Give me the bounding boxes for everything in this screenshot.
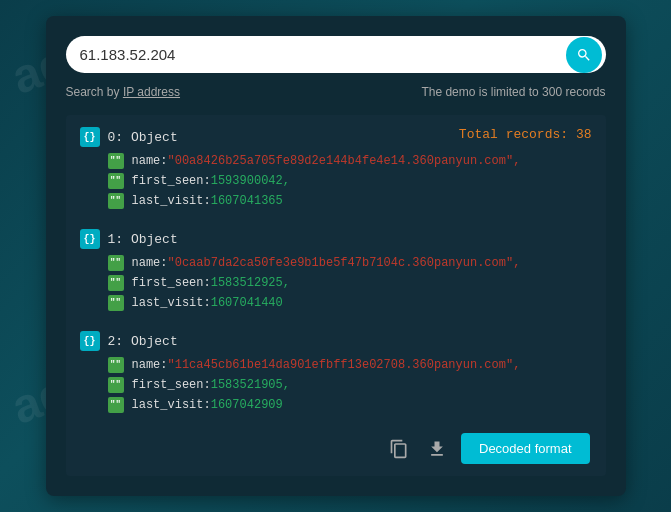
search-row xyxy=(66,36,606,73)
field-icon-str2: "" xyxy=(108,173,124,189)
search-hint: Search by IP address xyxy=(66,85,181,99)
obj-header-2: {} 2: Object xyxy=(80,331,592,351)
field-key: last_visit: xyxy=(132,194,211,208)
bottom-bar: Decoded format xyxy=(80,433,592,464)
field-icon-str4: "" xyxy=(108,255,124,271)
field-row-1-first: "" first_seen: 1583512925, xyxy=(108,275,592,291)
demo-limit: The demo is limited to 300 records xyxy=(421,85,605,99)
field-val: "00a8426b25a705fe89d2e144b4fe4e14.360pan… xyxy=(168,154,521,168)
field-val: "0caab7da2ca50fe3e9b1be5f47b7104c.360pan… xyxy=(168,256,521,270)
obj-title-2: 2: Object xyxy=(108,334,178,349)
download-icon xyxy=(427,439,447,459)
field-val: 1607041440 xyxy=(211,296,283,310)
copy-button[interactable] xyxy=(385,435,413,463)
download-button[interactable] xyxy=(423,435,451,463)
obj-icon-1: {} xyxy=(80,229,100,249)
field-val: 1593900042, xyxy=(211,174,290,188)
field-key: last_visit: xyxy=(132,398,211,412)
field-key: last_visit: xyxy=(132,296,211,310)
field-icon-str5: "" xyxy=(108,275,124,291)
decoded-format-button[interactable]: Decoded format xyxy=(461,433,590,464)
obj-fields-0: "" name: "00a8426b25a705fe89d2e144b4fe4e… xyxy=(80,153,592,209)
search-input[interactable] xyxy=(66,36,606,73)
search-button[interactable] xyxy=(566,37,602,73)
search-icon xyxy=(576,47,592,63)
field-row-2-last: "" last_visit: 1607042909 xyxy=(108,397,592,413)
field-key: first_seen: xyxy=(132,174,211,188)
field-icon-str3: "" xyxy=(108,193,124,209)
field-key: first_seen: xyxy=(132,276,211,290)
field-row-2-name: "" name: "11ca45cb61be14da901efbff13e027… xyxy=(108,357,592,373)
field-row-0-name: "" name: "00a8426b25a705fe89d2e144b4fe4e… xyxy=(108,153,592,169)
field-val: 1607041365 xyxy=(211,194,283,208)
obj-header-1: {} 1: Object xyxy=(80,229,592,249)
field-val: 1607042909 xyxy=(211,398,283,412)
field-key: name: xyxy=(132,358,168,372)
obj-title-1: 1: Object xyxy=(108,232,178,247)
field-row-1-name: "" name: "0caab7da2ca50fe3e9b1be5f47b710… xyxy=(108,255,592,271)
field-key: name: xyxy=(132,256,168,270)
obj-title-0: 0: Object xyxy=(108,130,178,145)
json-container: Total records: 38 {} 0: Object "" name: … xyxy=(66,115,606,476)
obj-icon-0: {} xyxy=(80,127,100,147)
sub-row: Search by IP address The demo is limited… xyxy=(66,85,606,99)
field-val: 1583521905, xyxy=(211,378,290,392)
field-row-2-first: "" first_seen: 1583521905, xyxy=(108,377,592,393)
field-val: "11ca45cb61be14da901efbff13e02708.360pan… xyxy=(168,358,521,372)
field-icon-str7: "" xyxy=(108,357,124,373)
main-card: Search by IP address The demo is limited… xyxy=(46,16,626,496)
obj-fields-1: "" name: "0caab7da2ca50fe3e9b1be5f47b710… xyxy=(80,255,592,311)
total-label: Total records: xyxy=(459,127,576,142)
obj-icon-2: {} xyxy=(80,331,100,351)
field-icon-str6: "" xyxy=(108,295,124,311)
field-row-1-last: "" last_visit: 1607041440 xyxy=(108,295,592,311)
field-icon-str: "" xyxy=(108,153,124,169)
total-value: 38 xyxy=(576,127,592,142)
total-records: Total records: 38 xyxy=(459,127,592,142)
field-icon-str9: "" xyxy=(108,397,124,413)
field-key: first_seen: xyxy=(132,378,211,392)
field-row-0-last: "" last_visit: 1607041365 xyxy=(108,193,592,209)
json-object-2: {} 2: Object "" name: "11ca45cb61be14da9… xyxy=(80,331,592,413)
json-object-1: {} 1: Object "" name: "0caab7da2ca50fe3e… xyxy=(80,229,592,311)
field-val: 1583512925, xyxy=(211,276,290,290)
copy-icon xyxy=(389,439,409,459)
field-icon-str8: "" xyxy=(108,377,124,393)
search-input-wrap xyxy=(66,36,606,73)
field-key: name: xyxy=(132,154,168,168)
obj-fields-2: "" name: "11ca45cb61be14da901efbff13e027… xyxy=(80,357,592,413)
field-row-0-first: "" first_seen: 1593900042, xyxy=(108,173,592,189)
